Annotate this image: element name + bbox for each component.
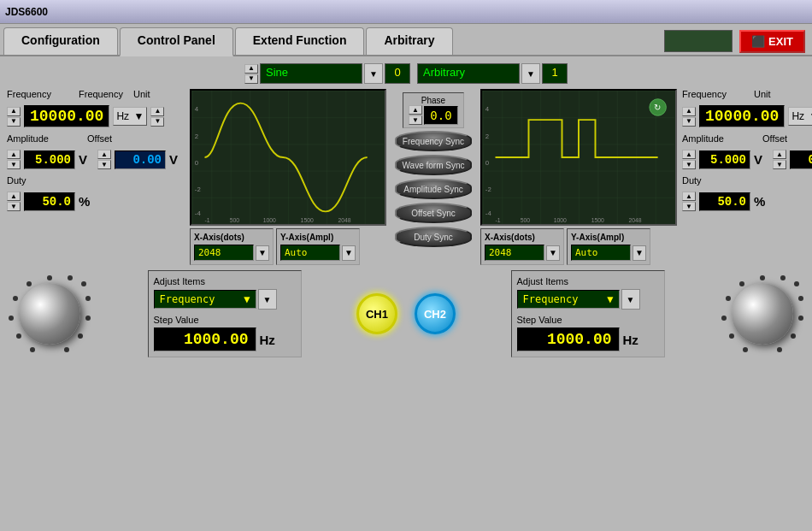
ch2-offset-spinner[interactable]: ▲ ▼	[773, 150, 786, 169]
ch1-freq-up[interactable]: ▲	[7, 107, 21, 116]
ch1-freq-down[interactable]: ▼	[7, 117, 21, 127]
exit-button[interactable]: ⬛ EXIT	[739, 30, 805, 53]
ch2-waveform-selector: Arbitrary ▼ 1	[417, 63, 568, 84]
ch2-adjust-title: Adjust Items	[517, 276, 659, 286]
ch2-x-axis-label: X-Axis(dots)	[485, 233, 560, 242]
ch2-adjust-select[interactable]: Frequency ▼	[517, 290, 620, 309]
ch1-waveform-spinner[interactable]: ▲ ▼	[244, 64, 258, 84]
svg-point-32	[85, 316, 91, 321]
ch2-scope-section: 4 2 0 -2 -4 -1 500 1000 1500 2048	[480, 89, 677, 265]
duty-sync-button[interactable]: Duty Sync	[395, 227, 472, 247]
ch2-duty-down[interactable]: ▼	[682, 202, 696, 211]
offset-sync-button[interactable]: Offset Sync	[395, 203, 472, 223]
ch2-waveform-display[interactable]: Arbitrary	[417, 63, 520, 84]
ch1-freq-spinner[interactable]: ▲ ▼	[7, 107, 21, 127]
svg-point-36	[760, 275, 765, 280]
ch1-waveform-down[interactable]: ▼	[244, 74, 258, 84]
waveform-sync-button[interactable]: Wave form Sync	[395, 155, 472, 175]
ch2-unit-dropdown[interactable]: Hz ▼	[788, 107, 812, 126]
ch2-duty-unit: %	[754, 194, 765, 209]
ch2-adjust-dropdown[interactable]: ▼	[621, 289, 640, 310]
ch2-duty-label-row: Duty	[682, 175, 812, 186]
ch2-offset-label: Offset	[762, 133, 812, 144]
ch2-duty-up[interactable]: ▲	[682, 192, 696, 201]
ch1-offset-spinner[interactable]: ▲ ▼	[97, 150, 111, 169]
tab-configuration[interactable]: Configuration	[3, 27, 118, 55]
ch2-adjust-arrow: ▼	[607, 293, 613, 305]
ch2-y-axis-label: Y-Axis(Ampl)	[571, 233, 646, 242]
ch1-unit-spinner[interactable]: ▲ ▼	[150, 107, 164, 127]
ch1-knob[interactable]	[19, 283, 80, 345]
ch1-amp-offset-values: ▲ ▼ 5.000 V ▲ ▼ 0.00 V	[7, 150, 185, 169]
ch1-waveform-up[interactable]: ▲	[244, 64, 258, 74]
ch1-offset-down[interactable]: ▼	[97, 160, 111, 169]
svg-text:2: 2	[485, 133, 489, 140]
ch2-freq-down[interactable]: ▼	[682, 117, 696, 127]
ch1-unit-down[interactable]: ▼	[150, 117, 164, 127]
frequency-sync-button[interactable]: Frequency Sync	[395, 131, 472, 151]
ch2-frequency-labels: Frequency Unit	[682, 89, 812, 99]
ch2-amp-unit: V	[754, 152, 762, 167]
ch1-x-axis-panel: X-Axis(dots) 2048 ▼	[190, 228, 274, 265]
ch1-scope-display: 4 2 0 -2 -4 -1 500 1000 1500 2048	[190, 89, 386, 226]
svg-point-26	[13, 296, 18, 301]
ch-buttons-panel: CH1 CH2	[356, 293, 456, 334]
svg-point-33	[78, 333, 83, 339]
ch2-waveform-dropdown[interactable]: ▼	[521, 63, 540, 84]
ch2-knob[interactable]	[732, 283, 793, 345]
phase-spinner[interactable]: ▲ ▼	[409, 105, 422, 125]
ch2-freq-up[interactable]: ▲	[682, 107, 696, 116]
ch1-unit-up[interactable]: ▲	[150, 107, 164, 116]
ch1-duty-down[interactable]: ▼	[7, 202, 21, 211]
ch1-unit-heading: Unit	[133, 89, 185, 99]
ch2-duty-spinner[interactable]: ▲ ▼	[682, 192, 696, 211]
ch2-amp-spinner[interactable]: ▲ ▼	[682, 150, 696, 169]
ch1-adjust-dropdown[interactable]: ▼	[258, 289, 277, 310]
ch2-x-axis-dropdown[interactable]: ▼	[546, 245, 560, 261]
ch1-amp-unit: V	[79, 152, 87, 167]
svg-point-37	[739, 281, 744, 286]
channel-panels-row: Frequency Frequency Unit ▲ ▼ 10000.00 Hz…	[7, 89, 805, 265]
tab-arbitrary[interactable]: Arbitrary	[366, 27, 452, 55]
ch2-x-axis-panel: X-Axis(dots) 2048 ▼	[480, 228, 564, 265]
ch1-amp-spinner[interactable]: ▲ ▼	[7, 150, 21, 169]
ch1-waveform-dropdown[interactable]: ▼	[364, 63, 383, 84]
tab-control-panel[interactable]: Control Panel	[120, 27, 233, 56]
ch2-offset-up[interactable]: ▲	[773, 150, 786, 159]
svg-point-39	[721, 316, 727, 321]
svg-text:2: 2	[195, 133, 198, 140]
ch2-y-axis-dropdown[interactable]: ▼	[633, 245, 646, 261]
ch2-amp-down[interactable]: ▼	[682, 160, 696, 169]
ch2-freq-spinner[interactable]: ▲ ▼	[682, 107, 696, 127]
svg-text:-2: -2	[195, 186, 201, 193]
svg-text:1500: 1500	[591, 217, 604, 223]
ch1-offset-up[interactable]: ▲	[97, 150, 111, 159]
phase-up[interactable]: ▲	[409, 105, 422, 115]
ch1-button[interactable]: CH1	[356, 293, 397, 334]
ch1-amp-up[interactable]: ▲	[7, 150, 21, 159]
ch1-duty-value-row: ▲ ▼ 50.0 %	[7, 192, 185, 211]
ch2-button[interactable]: CH2	[415, 293, 456, 334]
ch1-duty-up[interactable]: ▲	[7, 192, 21, 201]
ch2-duty-display: 50.0	[699, 192, 750, 211]
amplitude-sync-button[interactable]: Amplitude Sync	[395, 179, 472, 199]
ch1-unit-dropdown[interactable]: Hz ▼	[113, 107, 147, 126]
ch2-x-axis-value: 2048	[485, 245, 544, 261]
ch2-amp-up[interactable]: ▲	[682, 150, 696, 159]
ch1-duty-display: 50.0	[24, 192, 75, 211]
ch1-amp-down[interactable]: ▼	[7, 160, 21, 169]
ch1-x-axis-dropdown[interactable]: ▼	[256, 245, 269, 261]
svg-point-35	[64, 347, 69, 352]
svg-text:2048: 2048	[629, 217, 642, 223]
ch1-duty-spinner[interactable]: ▲ ▼	[7, 192, 21, 211]
ch2-amp-offset-labels: Amplitude Offset	[682, 133, 812, 144]
ch1-waveform-display[interactable]: Sine	[260, 63, 362, 84]
ch1-adjust-select[interactable]: Frequency ▼	[154, 290, 256, 309]
tab-extend-function[interactable]: Extend Function	[235, 27, 365, 55]
ch1-y-axis-dropdown[interactable]: ▼	[342, 245, 356, 261]
svg-text:2048: 2048	[338, 217, 351, 223]
ch2-panel: Frequency Unit ▲ ▼ 10000.00 Hz ▼ ▲ ▼	[682, 89, 812, 265]
ch2-offset-down[interactable]: ▼	[773, 160, 786, 169]
phase-down[interactable]: ▼	[409, 115, 422, 125]
ch1-adjust-title: Adjust Items	[154, 276, 296, 286]
